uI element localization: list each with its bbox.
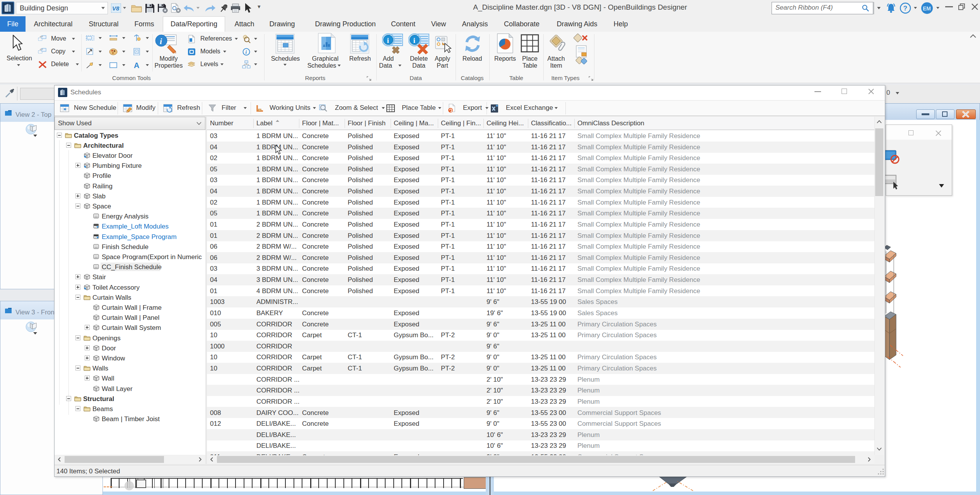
svg-text:?: ? — [903, 5, 907, 12]
svg-text:V8: V8 — [112, 5, 120, 12]
svg-text:i: i — [387, 36, 389, 44]
svg-text:i: i — [413, 36, 415, 44]
svg-text:i: i — [160, 36, 162, 46]
svg-text:A: A — [134, 61, 139, 69]
svg-text:EM: EM — [923, 5, 931, 12]
svg-text:i: i — [246, 49, 247, 55]
